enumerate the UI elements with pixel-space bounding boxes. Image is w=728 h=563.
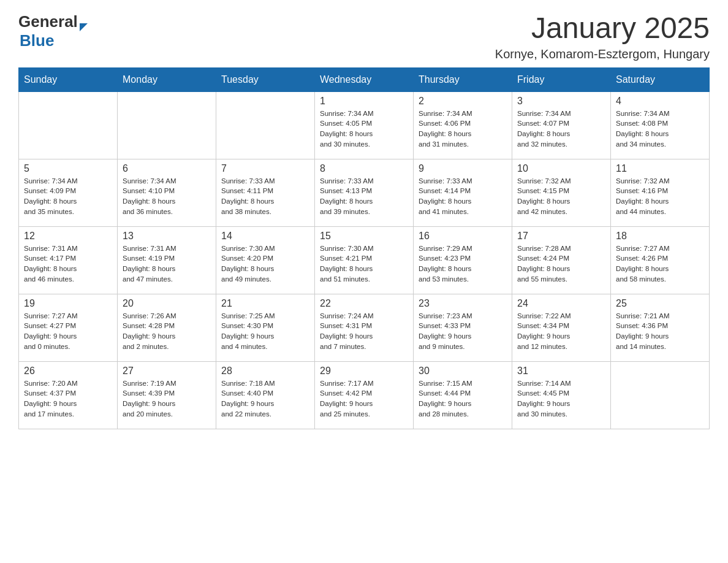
- calendar-cell: 2Sunrise: 7:34 AM Sunset: 4:06 PM Daylig…: [414, 91, 512, 159]
- day-info: Sunrise: 7:33 AM Sunset: 4:14 PM Dayligh…: [419, 176, 507, 217]
- day-info: Sunrise: 7:34 AM Sunset: 4:06 PM Dayligh…: [419, 109, 507, 150]
- day-info: Sunrise: 7:32 AM Sunset: 4:15 PM Dayligh…: [517, 176, 605, 217]
- calendar-cell: 19Sunrise: 7:27 AM Sunset: 4:27 PM Dayli…: [19, 294, 118, 361]
- calendar-cell: 25Sunrise: 7:21 AM Sunset: 4:36 PM Dayli…: [611, 294, 710, 361]
- calendar-cell: 12Sunrise: 7:31 AM Sunset: 4:17 PM Dayli…: [19, 226, 118, 294]
- calendar-cell: 23Sunrise: 7:23 AM Sunset: 4:33 PM Dayli…: [414, 294, 512, 361]
- day-info: Sunrise: 7:31 AM Sunset: 4:19 PM Dayligh…: [123, 243, 211, 285]
- calendar-cell: 11Sunrise: 7:32 AM Sunset: 4:16 PM Dayli…: [611, 159, 710, 226]
- day-number: 12: [24, 231, 112, 242]
- day-info: Sunrise: 7:18 AM Sunset: 4:40 PM Dayligh…: [221, 378, 309, 419]
- day-info: Sunrise: 7:23 AM Sunset: 4:33 PM Dayligh…: [419, 311, 507, 352]
- calendar-cell: 30Sunrise: 7:15 AM Sunset: 4:44 PM Dayli…: [414, 361, 512, 429]
- calendar-cell: 15Sunrise: 7:30 AM Sunset: 4:21 PM Dayli…: [315, 226, 414, 294]
- weekday-header-thursday: Thursday: [414, 67, 512, 91]
- calendar-cell: 7Sunrise: 7:33 AM Sunset: 4:11 PM Daylig…: [216, 159, 315, 226]
- calendar-cell: 17Sunrise: 7:28 AM Sunset: 4:24 PM Dayli…: [512, 226, 611, 294]
- calendar-cell: 14Sunrise: 7:30 AM Sunset: 4:20 PM Dayli…: [216, 226, 315, 294]
- calendar-cell: 3Sunrise: 7:34 AM Sunset: 4:07 PM Daylig…: [512, 91, 611, 159]
- day-info: Sunrise: 7:31 AM Sunset: 4:17 PM Dayligh…: [24, 243, 112, 285]
- day-info: Sunrise: 7:30 AM Sunset: 4:20 PM Dayligh…: [221, 243, 309, 285]
- weekday-header-tuesday: Tuesday: [216, 67, 315, 91]
- day-number: 28: [221, 366, 309, 377]
- calendar-cell: 29Sunrise: 7:17 AM Sunset: 4:42 PM Dayli…: [315, 361, 414, 429]
- day-info: Sunrise: 7:28 AM Sunset: 4:24 PM Dayligh…: [517, 243, 605, 285]
- day-number: 2: [419, 96, 507, 107]
- day-number: 13: [123, 231, 211, 242]
- day-number: 5: [24, 163, 112, 174]
- day-info: Sunrise: 7:32 AM Sunset: 4:16 PM Dayligh…: [616, 176, 704, 217]
- weekday-header-sunday: Sunday: [19, 67, 118, 91]
- day-number: 7: [221, 163, 309, 174]
- calendar-cell: 22Sunrise: 7:24 AM Sunset: 4:31 PM Dayli…: [315, 294, 414, 361]
- calendar-cell: 8Sunrise: 7:33 AM Sunset: 4:13 PM Daylig…: [315, 159, 414, 226]
- logo-general-text: General: [18, 12, 78, 31]
- day-number: 31: [517, 366, 605, 377]
- day-number: 8: [320, 163, 408, 174]
- calendar-week-row: 12Sunrise: 7:31 AM Sunset: 4:17 PM Dayli…: [19, 226, 710, 294]
- calendar-cell: 18Sunrise: 7:27 AM Sunset: 4:26 PM Dayli…: [611, 226, 710, 294]
- day-info: Sunrise: 7:19 AM Sunset: 4:39 PM Dayligh…: [123, 378, 211, 419]
- day-info: Sunrise: 7:34 AM Sunset: 4:08 PM Dayligh…: [616, 109, 704, 150]
- day-number: 10: [517, 163, 605, 174]
- page-header: General Blue January 2025 Kornye, Komaro…: [18, 12, 710, 61]
- calendar-cell: 26Sunrise: 7:20 AM Sunset: 4:37 PM Dayli…: [19, 361, 118, 429]
- day-number: 11: [616, 163, 704, 174]
- day-number: 23: [419, 298, 507, 309]
- day-info: Sunrise: 7:15 AM Sunset: 4:44 PM Dayligh…: [419, 378, 507, 419]
- calendar-cell: 24Sunrise: 7:22 AM Sunset: 4:34 PM Dayli…: [512, 294, 611, 361]
- calendar-header-row: SundayMondayTuesdayWednesdayThursdayFrid…: [19, 67, 710, 91]
- day-info: Sunrise: 7:14 AM Sunset: 4:45 PM Dayligh…: [517, 378, 605, 419]
- calendar-cell: 16Sunrise: 7:29 AM Sunset: 4:23 PM Dayli…: [414, 226, 512, 294]
- day-info: Sunrise: 7:20 AM Sunset: 4:37 PM Dayligh…: [24, 378, 112, 419]
- logo: General Blue: [18, 12, 88, 50]
- calendar-title-block: January 2025 Kornye, Komarom-Esztergom, …: [495, 12, 710, 61]
- calendar-cell: [216, 91, 315, 159]
- day-number: 19: [24, 298, 112, 309]
- calendar-title: January 2025: [495, 12, 710, 45]
- calendar-week-row: 5Sunrise: 7:34 AM Sunset: 4:09 PM Daylig…: [19, 159, 710, 226]
- weekday-header-monday: Monday: [118, 67, 216, 91]
- day-number: 15: [320, 231, 408, 242]
- weekday-header-friday: Friday: [512, 67, 611, 91]
- day-info: Sunrise: 7:33 AM Sunset: 4:11 PM Dayligh…: [221, 176, 309, 217]
- day-info: Sunrise: 7:29 AM Sunset: 4:23 PM Dayligh…: [419, 243, 507, 285]
- calendar-subtitle: Kornye, Komarom-Esztergom, Hungary: [495, 47, 710, 61]
- day-number: 26: [24, 366, 112, 377]
- day-number: 21: [221, 298, 309, 309]
- day-number: 29: [320, 366, 408, 377]
- calendar-week-row: 1Sunrise: 7:34 AM Sunset: 4:05 PM Daylig…: [19, 91, 710, 159]
- calendar-table: SundayMondayTuesdayWednesdayThursdayFrid…: [18, 67, 710, 429]
- weekday-header-saturday: Saturday: [611, 67, 710, 91]
- calendar-cell: 20Sunrise: 7:26 AM Sunset: 4:28 PM Dayli…: [118, 294, 216, 361]
- calendar-cell: 28Sunrise: 7:18 AM Sunset: 4:40 PM Dayli…: [216, 361, 315, 429]
- day-number: 14: [221, 231, 309, 242]
- calendar-week-row: 19Sunrise: 7:27 AM Sunset: 4:27 PM Dayli…: [19, 294, 710, 361]
- day-number: 20: [123, 298, 211, 309]
- day-info: Sunrise: 7:25 AM Sunset: 4:30 PM Dayligh…: [221, 311, 309, 352]
- logo-blue-text: Blue: [20, 31, 54, 50]
- day-info: Sunrise: 7:27 AM Sunset: 4:27 PM Dayligh…: [24, 311, 112, 352]
- day-info: Sunrise: 7:30 AM Sunset: 4:21 PM Dayligh…: [320, 243, 408, 285]
- day-info: Sunrise: 7:34 AM Sunset: 4:07 PM Dayligh…: [517, 109, 605, 150]
- calendar-cell: 5Sunrise: 7:34 AM Sunset: 4:09 PM Daylig…: [19, 159, 118, 226]
- calendar-cell: [19, 91, 118, 159]
- day-info: Sunrise: 7:24 AM Sunset: 4:31 PM Dayligh…: [320, 311, 408, 352]
- day-info: Sunrise: 7:21 AM Sunset: 4:36 PM Dayligh…: [616, 311, 704, 352]
- weekday-header-wednesday: Wednesday: [315, 67, 414, 91]
- day-number: 17: [517, 231, 605, 242]
- calendar-cell: 9Sunrise: 7:33 AM Sunset: 4:14 PM Daylig…: [414, 159, 512, 226]
- day-number: 24: [517, 298, 605, 309]
- day-number: 16: [419, 231, 507, 242]
- day-info: Sunrise: 7:34 AM Sunset: 4:09 PM Dayligh…: [24, 176, 112, 217]
- calendar-cell: 6Sunrise: 7:34 AM Sunset: 4:10 PM Daylig…: [118, 159, 216, 226]
- day-number: 1: [320, 96, 408, 107]
- calendar-cell: 13Sunrise: 7:31 AM Sunset: 4:19 PM Dayli…: [118, 226, 216, 294]
- day-number: 4: [616, 96, 704, 107]
- day-number: 6: [123, 163, 211, 174]
- day-number: 18: [616, 231, 704, 242]
- day-info: Sunrise: 7:27 AM Sunset: 4:26 PM Dayligh…: [616, 243, 704, 285]
- day-number: 27: [123, 366, 211, 377]
- day-number: 25: [616, 298, 704, 309]
- calendar-cell: [611, 361, 710, 429]
